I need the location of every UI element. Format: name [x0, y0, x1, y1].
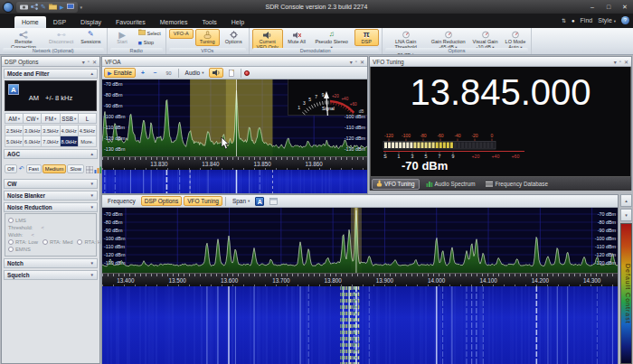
find-button[interactable]: Find [581, 17, 593, 23]
vfo-waterfall[interactable] [102, 170, 367, 193]
folder-icon[interactable] [49, 4, 57, 10]
app-orb-icon[interactable] [3, 2, 14, 13]
filter-button[interactable]: 3.5kHz [42, 126, 60, 136]
tab-display[interactable]: Display [73, 16, 109, 28]
frequency-readout[interactable]: 13.845.000 [371, 72, 630, 113]
main-frequency-scale[interactable]: 13.40013.50013.60013.70013.80013.90014.0… [102, 273, 618, 286]
vfo-tuning-button[interactable]: VFO Tuning [184, 196, 222, 206]
close-button[interactable]: ✕ [617, 1, 633, 13]
zoom-in-button[interactable]: + [137, 68, 148, 78]
width-slider[interactable]: < [31, 232, 33, 238]
vfo-a-badge-button[interactable]: A [255, 197, 264, 206]
tab-tools[interactable]: Tools [194, 16, 223, 28]
page-button[interactable] [225, 68, 238, 79]
record-icon[interactable] [244, 70, 250, 76]
rta-low-radio[interactable]: RTA: Low [8, 239, 38, 245]
noise-blanker-header[interactable]: Noise Blanker▼ [4, 191, 98, 201]
rta-hi-radio[interactable]: RTA: Hi [77, 239, 102, 245]
edit-icon[interactable]: ✎ [41, 4, 46, 10]
mode-button-ssb[interactable]: SSB▾ [61, 113, 79, 124]
emns-radio[interactable]: EMNS [8, 247, 31, 252]
dot-icon[interactable]: ● [572, 18, 575, 23]
rta-med-radio[interactable]: RTA: Med [43, 239, 73, 245]
waterfall-colorbar[interactable]: Default Contrast [620, 223, 632, 364]
tab-home[interactable]: Home [14, 16, 46, 28]
filter-button[interactable]: More. [79, 136, 97, 147]
threshold-slider[interactable]: < [41, 225, 43, 230]
span-dropdown[interactable]: Span ▾ [229, 196, 253, 206]
spin-icon[interactable]: ⇅ [562, 17, 566, 23]
dsp-options-button[interactable]: DSP Options [141, 196, 182, 206]
select-button[interactable]: Select [137, 29, 163, 38]
play-icon[interactable]: ▶ [60, 5, 64, 10]
panel-close-icon[interactable]: ✕ [92, 59, 97, 65]
filter-button[interactable]: 3.0kHz [24, 126, 42, 136]
mode-button-am[interactable]: AM▾ [5, 113, 24, 124]
panel-pin-icon[interactable]: ▫ [88, 59, 90, 65]
cw-header[interactable]: CW▼ [4, 179, 98, 189]
filter-button[interactable]: 4.0kHz [61, 126, 79, 136]
tab-dsp[interactable]: DSP [46, 16, 73, 28]
tab-favourites[interactable]: Favourites [109, 16, 153, 28]
filter-button[interactable]: 4.5kHz [79, 126, 97, 136]
tab-vfo-tuning[interactable]: VFO Tuning [372, 179, 420, 190]
filter-button[interactable]: 7.0kHz [42, 136, 60, 147]
undo-icon[interactable]: ↶ [18, 165, 25, 173]
minimize-button[interactable]: – [584, 1, 600, 13]
start-button[interactable]: ▶ Start [110, 29, 135, 46]
tuning-button[interactable]: Tuning [195, 29, 220, 46]
share-icon[interactable] [31, 4, 38, 10]
agc-off-button[interactable]: Off [5, 164, 17, 173]
vfo-options-button[interactable]: Options [222, 29, 246, 46]
style-button[interactable]: Style ▾ [598, 17, 616, 23]
tab-audio-spectrum[interactable]: Audio Spectrum [421, 179, 480, 190]
agc-slow-button[interactable]: Slow [67, 164, 84, 173]
frequency-button[interactable]: Frequency [104, 196, 139, 206]
main-waterfall[interactable] [102, 286, 618, 364]
mode-button-fm[interactable]: FM▾ [42, 113, 60, 124]
dsp-button[interactable]: π DSP [354, 29, 379, 46]
panel-menu-icon[interactable]: ▾ [82, 59, 85, 65]
window-icon[interactable] [266, 196, 281, 207]
agc-medium-button[interactable]: Medium [43, 164, 67, 173]
agc-fast-button[interactable]: Fast [26, 164, 42, 173]
filter-button[interactable]: 8.0kHz [61, 136, 79, 147]
tab-memories[interactable]: Memories [153, 16, 195, 28]
disconnect-button[interactable]: Disconnect [46, 29, 76, 46]
help-icon[interactable]: ? [621, 16, 629, 24]
tab-frequency-database[interactable]: Frequency Database [481, 179, 552, 190]
enable-button[interactable]: ▶Enable [104, 68, 136, 78]
zoom-out-button[interactable]: − [150, 68, 161, 78]
mute-all-button[interactable]: Mute All [285, 29, 309, 46]
speaker-button[interactable] [209, 68, 223, 78]
vfo-spectrum[interactable]: 13579+20+40+60dBSignal -70 dBm-80 dBm-90… [102, 79, 367, 156]
mode-filter-header[interactable]: Mode and Filter▲ [4, 69, 98, 79]
mode-button-cw[interactable]: CW▾ [24, 113, 42, 124]
qat-dropdown-icon[interactable]: ▾ [80, 5, 83, 10]
panel-pin-icon[interactable]: ▫ [619, 59, 621, 65]
zoom-level[interactable]: 90 [162, 69, 175, 78]
grid-icon[interactable] [86, 161, 93, 177]
vfo-frequency-scale[interactable]: 13.83013.84013.85013.860 [102, 156, 367, 170]
filter-button[interactable]: 6.0kHz [24, 136, 42, 147]
tuning-display[interactable]: 13.845.000 -120-100-80-60-40-200S13579+2… [370, 67, 631, 177]
panel-close-icon[interactable]: ✕ [360, 59, 364, 65]
audio-dropdown[interactable]: Audio▾ [182, 68, 208, 78]
camera-icon[interactable] [20, 4, 28, 10]
noise-reduction-header[interactable]: Noise Reduction▼ [4, 202, 98, 212]
stop-button[interactable]: ■ Stop [137, 39, 163, 47]
maximize-button[interactable]: □ [600, 1, 617, 13]
panel-pin-icon[interactable]: ▫ [355, 59, 357, 65]
filter-button[interactable]: 5.0kHz [5, 136, 24, 147]
agc-header[interactable]: AGC▲ [4, 149, 98, 159]
scroll-down-button[interactable]: ▾ [620, 209, 632, 221]
main-spectrum[interactable]: -70 dBm-80 dBm-90 dBm-100 dBm-110 dBm-12… [102, 208, 618, 273]
sessions-button[interactable]: ✎ Sessions [78, 29, 103, 46]
panel-menu-icon[interactable]: ▾ [350, 59, 353, 65]
panel-menu-icon[interactable]: ▾ [614, 59, 617, 65]
lms-radio[interactable]: LMS [8, 218, 26, 223]
notch-header[interactable]: Notch▼ [4, 258, 98, 268]
mode-button-l[interactable]: L [79, 113, 97, 124]
panel-close-icon[interactable]: ✕ [624, 59, 628, 65]
vfo-a-button[interactable]: VFO-A [169, 29, 194, 39]
